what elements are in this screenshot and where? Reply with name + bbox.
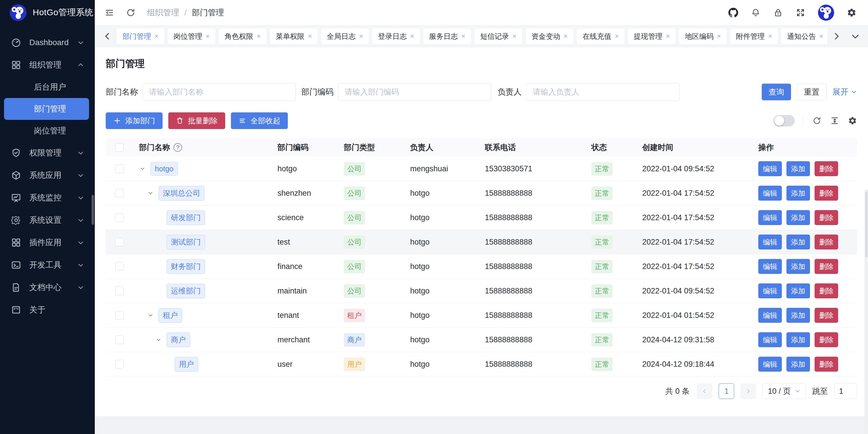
sidebar-item-perm-manage[interactable]: 权限管理: [0, 142, 95, 164]
sidebar-subitem-post-manage[interactable]: 岗位管理: [0, 120, 95, 142]
tab-6[interactable]: 登录日志×: [372, 28, 420, 44]
edit-button[interactable]: 编辑: [758, 186, 782, 201]
row-checkbox[interactable]: [115, 165, 124, 173]
sidebar-item-sys-monitor[interactable]: 系统监控: [0, 186, 95, 209]
tree-expand-icon[interactable]: [147, 187, 159, 199]
row-checkbox[interactable]: [115, 287, 124, 295]
dept-name-tag[interactable]: 财务部门: [166, 259, 205, 274]
delete-button[interactable]: 删除: [814, 283, 838, 298]
tab-close-icon[interactable]: ×: [768, 33, 772, 40]
sidebar-item-about[interactable]: 关于: [0, 299, 95, 321]
breadcrumb-current[interactable]: 部门管理: [192, 7, 224, 18]
refresh-icon[interactable]: [126, 8, 135, 18]
menu-fold-icon[interactable]: [104, 8, 114, 18]
lock-icon[interactable]: [773, 8, 783, 18]
jump-page-input[interactable]: [834, 383, 857, 399]
add-button[interactable]: 添加: [786, 161, 810, 176]
tab-4[interactable]: 菜单权限×: [270, 28, 318, 44]
sidebar-item-dashboard[interactable]: Dashboard: [0, 31, 95, 54]
tab-close-icon[interactable]: ×: [615, 33, 619, 40]
pagination-next-button[interactable]: [741, 383, 756, 399]
tab-close-icon[interactable]: ×: [513, 33, 517, 40]
tab-12[interactable]: 地区编码×: [679, 28, 727, 44]
tab-close-icon[interactable]: ×: [563, 33, 567, 40]
page-scrollbar[interactable]: [865, 190, 868, 434]
query-button[interactable]: 查询: [762, 84, 791, 100]
column-settings-icon[interactable]: [848, 116, 857, 125]
delete-button[interactable]: 删除: [814, 161, 838, 176]
sidebar-item-plugin-app[interactable]: 插件应用: [0, 231, 95, 254]
page-size-select[interactable]: 10 / 页: [762, 383, 806, 399]
dept-name-tag[interactable]: 商户: [166, 332, 190, 347]
tab-close-icon[interactable]: ×: [359, 33, 363, 40]
tab-close-icon[interactable]: ×: [410, 33, 414, 40]
user-avatar[interactable]: [818, 5, 834, 21]
delete-button[interactable]: 删除: [814, 234, 838, 250]
row-checkbox[interactable]: [115, 360, 124, 369]
tab-13[interactable]: 附件管理×: [730, 28, 778, 44]
notification-bell-icon[interactable]: [751, 8, 761, 18]
edit-button[interactable]: 编辑: [758, 210, 782, 225]
tab-14[interactable]: 通知公告×: [781, 28, 827, 44]
row-checkbox[interactable]: [115, 311, 124, 320]
edit-button[interactable]: 编辑: [758, 283, 782, 298]
tab-3[interactable]: 角色权限×: [219, 28, 267, 44]
sidebar-subitem-backend-user[interactable]: 后台用户: [0, 76, 95, 98]
add-button[interactable]: 添加: [786, 186, 810, 201]
delete-button[interactable]: 删除: [814, 259, 838, 274]
edit-button[interactable]: 编辑: [758, 161, 782, 176]
help-icon[interactable]: ?: [174, 143, 182, 152]
tab-close-icon[interactable]: ×: [206, 33, 210, 40]
reset-button[interactable]: 重置: [797, 84, 827, 100]
tab-7[interactable]: 服务日志×: [423, 28, 471, 44]
dept-name-tag[interactable]: 测试部门: [166, 235, 205, 250]
row-checkbox[interactable]: [115, 213, 124, 222]
breadcrumb-parent[interactable]: 组织管理: [147, 7, 179, 18]
sidebar-item-org-manage[interactable]: 组织管理: [0, 54, 95, 76]
delete-button[interactable]: 删除: [814, 210, 838, 225]
tab-10[interactable]: 在线充值×: [577, 28, 624, 44]
add-button[interactable]: 添加: [786, 283, 810, 298]
tree-expand-icon[interactable]: [139, 163, 151, 174]
tab-8[interactable]: 短信记录×: [474, 28, 522, 44]
row-checkbox[interactable]: [115, 262, 124, 271]
tab-close-icon[interactable]: ×: [461, 33, 465, 40]
tab-close-icon[interactable]: ×: [155, 33, 159, 40]
sidebar-item-doc-center[interactable]: 文档中心: [0, 276, 95, 299]
dept-name-tag[interactable]: 研发部门: [166, 210, 205, 225]
search-input-2[interactable]: [338, 83, 491, 101]
pagination-page-1[interactable]: 1: [719, 383, 734, 399]
tab-2[interactable]: 岗位管理×: [168, 28, 215, 44]
edit-button[interactable]: 编辑: [758, 234, 782, 250]
tab-close-icon[interactable]: ×: [666, 33, 670, 40]
tab-9[interactable]: 资金变动×: [526, 28, 573, 44]
delete-button[interactable]: 删除: [814, 357, 838, 372]
github-icon[interactable]: [728, 8, 738, 18]
delete-button[interactable]: 删除: [814, 332, 838, 347]
add-button[interactable]: 添加: [786, 210, 810, 225]
row-checkbox[interactable]: [115, 189, 124, 198]
pagination-prev-button[interactable]: [697, 383, 712, 399]
sidebar-item-dev-tools[interactable]: 开发工具: [0, 254, 95, 276]
row-density-icon[interactable]: [830, 116, 839, 125]
dept-name-tag[interactable]: 深圳总公司: [159, 186, 205, 201]
striped-toggle[interactable]: [774, 115, 795, 126]
tabs-menu-icon[interactable]: [850, 31, 861, 41]
table-refresh-icon[interactable]: [812, 116, 822, 125]
row-checkbox[interactable]: [115, 238, 124, 246]
expand-link[interactable]: 展开: [832, 87, 857, 97]
add-dept-button[interactable]: 添加部门: [106, 112, 162, 129]
edit-button[interactable]: 编辑: [758, 357, 782, 372]
tree-expand-icon[interactable]: [147, 310, 159, 321]
row-checkbox[interactable]: [115, 336, 124, 344]
tab-5[interactable]: 全局日志×: [321, 28, 369, 44]
tab-1[interactable]: 部门管理×: [117, 28, 164, 44]
dept-name-tag[interactable]: 用户: [175, 357, 198, 372]
tab-close-icon[interactable]: ×: [717, 33, 721, 40]
batch-delete-button[interactable]: 批量删除: [168, 112, 225, 129]
add-button[interactable]: 添加: [786, 234, 810, 250]
collapse-all-button[interactable]: 全部收起: [231, 112, 288, 129]
edit-button[interactable]: 编辑: [758, 308, 782, 323]
search-input-1[interactable]: [143, 83, 296, 101]
dept-name-tag[interactable]: 运维部门: [166, 284, 205, 298]
